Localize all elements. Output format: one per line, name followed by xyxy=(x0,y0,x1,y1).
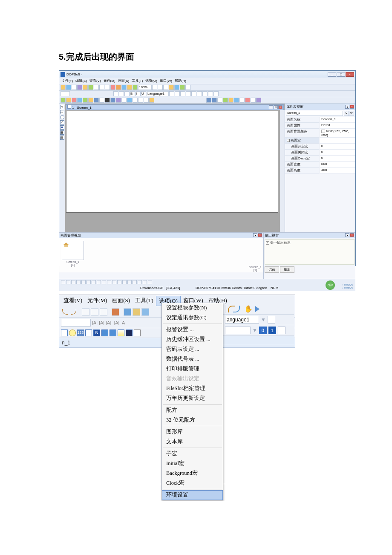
align-right-icon[interactable] xyxy=(124,91,130,96)
close-icon[interactable]: × xyxy=(278,105,282,109)
sicon[interactable] xyxy=(122,280,127,284)
copy-icon[interactable] xyxy=(91,308,98,316)
settings-icon[interactable] xyxy=(278,327,285,334)
toolbtn[interactable] xyxy=(61,98,66,103)
prop-val[interactable]: 800 xyxy=(319,162,355,168)
toolbtn[interactable] xyxy=(213,91,219,96)
grid-icon[interactable]: ▦ xyxy=(60,130,64,135)
close-icon[interactable]: × xyxy=(350,105,354,109)
layer-1-button[interactable]: 1 xyxy=(268,327,276,334)
font-size[interactable] xyxy=(61,91,70,96)
align-left-icon[interactable] xyxy=(113,91,118,96)
toolbtn[interactable] xyxy=(208,91,213,96)
zoom-fit-icon[interactable] xyxy=(158,85,163,90)
sicon[interactable] xyxy=(66,280,70,284)
toolbtn[interactable] xyxy=(228,98,233,103)
menu-item-text-lib[interactable]: 文本库 xyxy=(162,437,223,447)
shape-rect-icon[interactable] xyxy=(61,330,68,336)
toolbtn[interactable] xyxy=(239,98,245,103)
language-select[interactable]: Language1 xyxy=(147,91,169,96)
toolbtn[interactable] xyxy=(256,98,261,103)
toolbtn[interactable] xyxy=(141,308,149,316)
prop-refresh-icon[interactable]: ⟳ xyxy=(349,111,354,116)
sicon[interactable] xyxy=(61,280,65,284)
toolbtn[interactable] xyxy=(149,98,154,103)
line-icon[interactable]: ⁄ xyxy=(60,120,64,124)
image-icon[interactable]: ▤ xyxy=(60,136,64,140)
toolbtn[interactable] xyxy=(83,85,88,90)
layer-0-button[interactable]: 0 xyxy=(259,327,267,334)
shape-sun-icon[interactable] xyxy=(118,330,124,336)
toolbtn[interactable] xyxy=(186,91,191,96)
menu-item-fileslot[interactable]: FileSlot档案管理 xyxy=(162,384,223,393)
toolbtn[interactable] xyxy=(144,98,149,103)
toolbtn[interactable] xyxy=(251,98,256,103)
text-icon[interactable]: A xyxy=(60,125,64,130)
menu-item-data-table[interactable]: 数据代号表 ... xyxy=(162,354,223,364)
toolbtn[interactable] xyxy=(77,98,82,103)
menu-element[interactable]: 元件(M) xyxy=(85,296,110,306)
menu-view[interactable]: 查看(V) xyxy=(89,78,102,84)
undo-redo-icon[interactable] xyxy=(227,305,242,313)
rect-icon[interactable]: ▭ xyxy=(60,110,64,114)
toolbtn[interactable] xyxy=(121,85,127,90)
menu-view[interactable]: 查看(V) xyxy=(61,296,85,306)
toolbtn[interactable] xyxy=(127,85,132,90)
toolbtn[interactable] xyxy=(110,85,115,90)
toolbtn[interactable] xyxy=(121,98,127,103)
paste-icon[interactable] xyxy=(105,85,110,90)
menu-item-alarm[interactable]: 报警设置 ... xyxy=(162,325,223,335)
dock-icon[interactable]: ▾ xyxy=(253,233,257,237)
menu-item-background-macro[interactable]: Background宏 xyxy=(162,468,223,478)
toolbtn[interactable] xyxy=(217,98,222,103)
toolbtn[interactable] xyxy=(185,85,190,90)
paste-icon[interactable] xyxy=(100,308,107,316)
toolbtn[interactable] xyxy=(110,98,115,103)
prop-val[interactable]: 480 xyxy=(319,168,355,173)
toolbtn[interactable] xyxy=(94,98,99,103)
sicon[interactable] xyxy=(107,280,111,284)
toolbtn[interactable] xyxy=(66,98,71,103)
find-icon[interactable] xyxy=(112,308,119,316)
menu-file[interactable]: 文件(F) xyxy=(61,78,74,84)
toolbtn[interactable] xyxy=(197,91,202,96)
cut-icon[interactable] xyxy=(94,85,99,90)
prop-val[interactable]: 0 xyxy=(319,144,355,150)
sicon[interactable] xyxy=(86,280,91,284)
toolbtn[interactable] xyxy=(169,85,174,90)
log-tab[interactable]: 记录 xyxy=(265,266,279,273)
pencil-icon[interactable]: ✎ xyxy=(60,105,64,109)
menu-tools[interactable]: 工具(T) xyxy=(131,78,144,84)
toolbtn[interactable] xyxy=(202,91,208,96)
toolbtn[interactable] xyxy=(180,85,185,90)
output-tab[interactable]: 输出 xyxy=(280,266,294,273)
menu-options[interactable]: 选项(O) xyxy=(144,78,158,84)
zoom-out-icon[interactable] xyxy=(152,85,157,90)
menu-tools[interactable]: 工具(T) xyxy=(133,296,156,306)
menu-item-initial-macro[interactable]: Initial宏 xyxy=(162,459,223,468)
menu-item-history-buffer[interactable]: 历史缓冲区设置 ... xyxy=(162,335,223,344)
property-select[interactable]: Screen_1 xyxy=(286,111,343,116)
screen-tab-label[interactable]: 1 - Screen_1 xyxy=(72,106,92,110)
shape-wave2-icon[interactable] xyxy=(110,330,116,336)
menu-screen[interactable]: 画面(S) xyxy=(110,296,133,306)
sicon[interactable] xyxy=(76,280,81,284)
close-icon[interactable]: × xyxy=(258,233,262,237)
toolbtn[interactable] xyxy=(88,98,93,103)
menu-screen[interactable]: 画面(S) xyxy=(117,78,130,84)
toolbtn[interactable] xyxy=(61,85,66,90)
toolbtn[interactable] xyxy=(169,91,174,96)
shape-slider-icon[interactable] xyxy=(134,330,141,336)
hand-icon[interactable]: ✋ xyxy=(244,305,253,313)
prop-group[interactable]: -画面宏 xyxy=(285,138,319,144)
toolbtn[interactable] xyxy=(105,98,110,103)
toolbtn[interactable] xyxy=(212,98,217,103)
toolbtn[interactable] xyxy=(72,85,77,90)
sicon[interactable] xyxy=(92,280,96,284)
menu-item-comm-params[interactable]: 设定通讯参数(C) xyxy=(162,313,223,323)
toolbtn[interactable] xyxy=(83,98,88,103)
toolbtn[interactable] xyxy=(223,98,228,103)
close-button[interactable]: × xyxy=(346,72,354,77)
min-icon[interactable]: _ xyxy=(269,105,273,109)
menu-item-environment[interactable]: 环境设置 xyxy=(162,490,223,500)
